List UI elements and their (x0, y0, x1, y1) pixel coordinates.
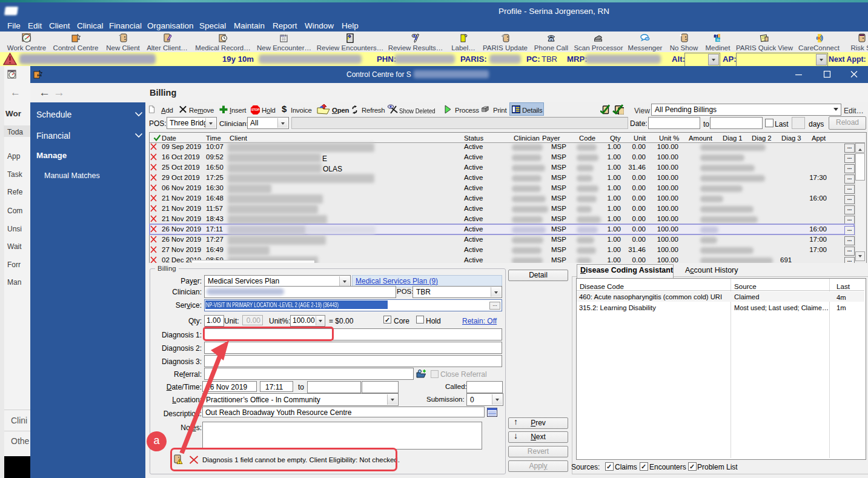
svg-text:Rx: Rx (717, 38, 721, 42)
svg-text:STOP: STOP (251, 108, 260, 111)
